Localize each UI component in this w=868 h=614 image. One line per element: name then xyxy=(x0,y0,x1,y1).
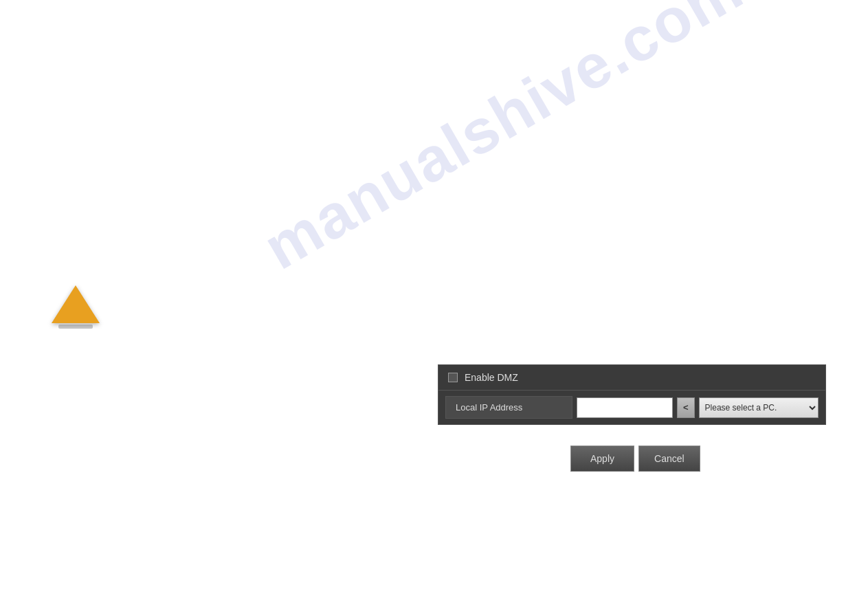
dmz-title: Enable DMZ xyxy=(465,372,518,383)
dmz-header: Enable DMZ xyxy=(438,365,825,391)
local-ip-address-label: Local IP Address xyxy=(445,396,572,419)
dmz-ip-row: Local IP Address < Please select a PC. xyxy=(438,391,825,424)
action-buttons: Apply Cancel xyxy=(570,446,700,472)
apply-button[interactable]: Apply xyxy=(570,446,634,472)
cancel-button[interactable]: Cancel xyxy=(638,446,700,472)
watermark-text: manualshive.com xyxy=(252,0,755,283)
local-ip-address-input[interactable] xyxy=(577,397,673,418)
triangle-shape xyxy=(52,285,100,323)
pc-select-dropdown[interactable]: Please select a PC. xyxy=(699,397,819,418)
warning-triangle-icon xyxy=(52,285,100,329)
triangle-base xyxy=(58,325,93,329)
ip-arrow-button[interactable]: < xyxy=(677,397,695,418)
enable-dmz-checkbox[interactable] xyxy=(448,373,458,382)
dmz-panel: Enable DMZ Local IP Address < Please sel… xyxy=(438,364,826,425)
